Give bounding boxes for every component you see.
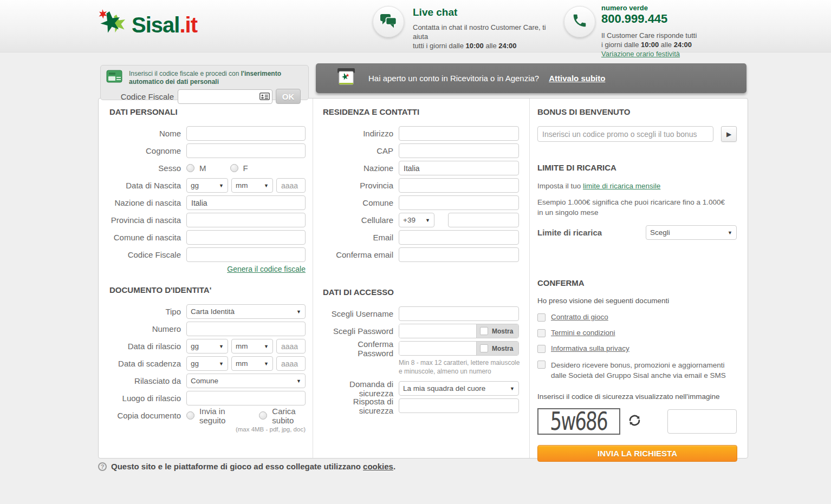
nascita-anno-input[interactable] <box>276 178 306 193</box>
informativa-privacy-link[interactable]: Informativa sulla privacy <box>551 344 629 352</box>
comune-input[interactable] <box>399 195 519 210</box>
chat-bubbles-icon <box>380 13 397 30</box>
password-hint: Min 8 - max 12 caratteri, lettere maiusc… <box>399 358 523 376</box>
sesso-f-radio[interactable] <box>230 164 238 172</box>
nazione-input[interactable] <box>399 161 519 175</box>
cognome-input[interactable] <box>186 143 306 158</box>
row-risposta-sicurezza: Risposta di sicurezza <box>323 398 529 413</box>
contratto-di-gioco-link[interactable]: Contratto di gioco <box>551 313 608 321</box>
codice-fiscale-input[interactable] <box>186 247 306 262</box>
nascita-giorno-select[interactable]: gg▼ <box>186 178 228 193</box>
provincia-input[interactable] <box>399 178 519 193</box>
codice-fiscale-quickbox: Inserisci il codice fiscale e procedi co… <box>100 65 309 100</box>
rilascio-mese-select[interactable]: mm▼ <box>231 339 273 354</box>
row-contratto: Contratto di gioco <box>537 313 748 322</box>
row-numero-documento: Numero <box>109 322 313 336</box>
live-chat-button[interactable] <box>373 6 404 37</box>
captcha-input[interactable] <box>667 409 737 434</box>
rilascio-anno-input[interactable] <box>276 339 306 354</box>
cookies-link[interactable]: cookies <box>363 462 393 471</box>
marketing-checkbox[interactable] <box>537 361 546 369</box>
row-conferma-email: Conferma email <box>323 247 529 262</box>
email-input[interactable] <box>399 230 519 245</box>
cap-input[interactable] <box>399 143 519 158</box>
row-nazione-nascita: Nazione di nascita <box>109 195 313 210</box>
chevron-down-icon: ▼ <box>264 344 269 349</box>
mostra-password-toggle[interactable]: Mostra <box>476 324 518 338</box>
row-bonus: ▶ <box>537 126 748 142</box>
captcha-refresh-icon[interactable] <box>627 413 642 430</box>
invia-in-seguito-radio[interactable] <box>186 411 194 420</box>
nome-input[interactable] <box>186 126 306 141</box>
limite-ricarica-link[interactable]: limite di ricarica mensile <box>583 182 660 190</box>
dati-personali-title: DATI PERSONALI <box>109 107 313 116</box>
privacy-checkbox[interactable] <box>537 345 546 353</box>
codice-fiscale-quick-input[interactable] <box>178 89 272 104</box>
contratto-checkbox[interactable] <box>537 313 546 322</box>
mostra-conferma-toggle[interactable]: Mostra <box>476 342 518 355</box>
numero-documento-input[interactable] <box>186 322 306 336</box>
scadenza-giorno-select[interactable]: gg▼ <box>186 356 228 371</box>
quickbox-text: Inserisci il codice fiscale e procedi co… <box>129 70 303 86</box>
sisal-logo[interactable]: Sisal.it <box>95 7 197 43</box>
bonus-submit-button[interactable]: ▶ <box>721 126 737 142</box>
phone-button[interactable] <box>564 6 595 37</box>
risposta-sicurezza-input[interactable] <box>399 398 519 413</box>
cellulare-input[interactable] <box>448 213 519 227</box>
accesso-title: DATI DI ACCESSO <box>323 287 529 297</box>
tipo-documento-select[interactable]: Carta Identità▼ <box>186 304 306 319</box>
nascita-mese-select[interactable]: mm▼ <box>231 178 273 193</box>
arrow-right-icon: ▶ <box>726 130 731 138</box>
phone-description: Il Customer Care risponde tutti i giorni… <box>601 31 758 58</box>
documento-title: DOCUMENTO D'IDENTITA' <box>109 285 313 294</box>
domanda-sicurezza-select[interactable]: La mia squadra del cuore▼ <box>399 381 519 396</box>
comune-nascita-input[interactable] <box>186 230 306 245</box>
row-provincia-nascita: Provincia di nascita <box>109 213 313 227</box>
phone-info: numero verde 800.999.445 Il Customer Car… <box>601 4 758 58</box>
codice-promo-input[interactable] <box>537 126 713 142</box>
mostra-checkbox[interactable] <box>480 327 488 335</box>
conferma-email-input[interactable] <box>399 247 519 262</box>
sesso-m-radio[interactable] <box>186 164 194 172</box>
password-input[interactable] <box>399 324 476 338</box>
mostra-conferma-checkbox[interactable] <box>480 344 488 352</box>
row-rilasciato-da: Rilasciato da Comune▼ <box>109 374 313 388</box>
luogo-rilascio-input[interactable] <box>186 391 306 405</box>
scadenza-anno-input[interactable] <box>276 356 306 371</box>
genera-codice-fiscale-link[interactable]: Genera il codice fiscale <box>227 265 306 273</box>
row-comune: Comune <box>323 195 529 210</box>
cookie-footer: ? Questo sito e le piattaforme di gioco … <box>98 462 395 471</box>
row-conferma-password: Conferma Password Mostra <box>323 341 529 356</box>
rilascio-giorno-select[interactable]: gg▼ <box>186 339 228 354</box>
conferma-password-group: Mostra <box>399 341 519 356</box>
prefisso-select[interactable]: +39▼ <box>399 213 434 227</box>
row-password: Scegli Password Mostra <box>323 324 529 338</box>
termini-checkbox[interactable] <box>537 329 546 337</box>
attivalo-subito-link[interactable]: Attivalo subito <box>549 74 605 83</box>
chevron-down-icon: ▼ <box>219 344 224 349</box>
rilasciato-da-select[interactable]: Comune▼ <box>186 374 306 388</box>
nazione-nascita-input[interactable] <box>186 195 306 210</box>
row-marketing: Desidero ricevere bonus, promozioni e ag… <box>537 360 748 381</box>
termini-condizioni-link[interactable]: Termini e condizioni <box>551 329 615 337</box>
variazione-orario-link[interactable]: Variazione orario festività <box>601 50 680 58</box>
provincia-nascita-input[interactable] <box>186 213 306 227</box>
scadenza-mese-select[interactable]: mm▼ <box>231 356 273 371</box>
carica-subito-radio[interactable] <box>259 411 267 420</box>
codice-fiscale-quick-label: Codice Fiscale <box>106 92 174 101</box>
chevron-down-icon: ▼ <box>728 230 732 235</box>
row-termini: Termini e condizioni <box>537 329 748 337</box>
numero-verde-label: numero verde <box>601 4 758 12</box>
indirizzo-input[interactable] <box>399 126 519 141</box>
row-domanda-sicurezza: Domanda di sicurezza La mia squadra del … <box>323 381 529 396</box>
chevron-down-icon: ▼ <box>296 309 301 315</box>
phone-number: 800.999.445 <box>601 12 758 26</box>
conferma-password-input[interactable] <box>399 342 476 355</box>
limite-ricarica-select[interactable]: Scegli▼ <box>646 225 737 240</box>
ok-button[interactable]: OK <box>276 89 301 104</box>
row-nazione: Nazione <box>323 161 529 175</box>
row-data-rilascio: Data di rilascio gg▼ mm▼ <box>109 339 313 354</box>
row-limite-ricarica: Limite di ricarica Scegli▼ <box>537 225 748 240</box>
invia-richiesta-button[interactable]: INVIA LA RICHIESTA <box>537 445 737 462</box>
username-input[interactable] <box>399 306 519 321</box>
